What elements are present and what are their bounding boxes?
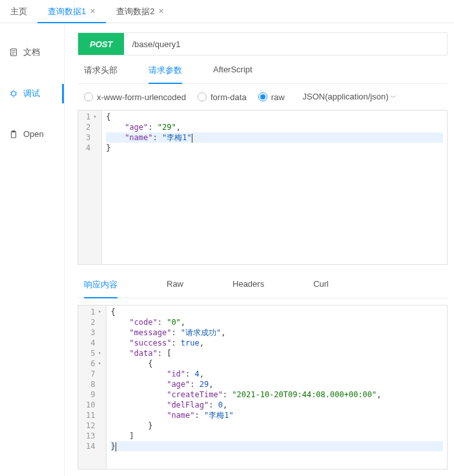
- body-type-radio-x-www-form-urlencoded[interactable]: x-www-form-urlencoded: [84, 92, 186, 102]
- response-tab-0[interactable]: 响应内容: [84, 279, 118, 298]
- sidebar-item-label: 调试: [23, 88, 40, 99]
- http-method-button[interactable]: POST: [78, 33, 124, 55]
- response-tab-2[interactable]: Headers: [232, 279, 264, 298]
- sidebar-item-label: 文档: [23, 47, 40, 58]
- sidebar-item-document[interactable]: 文档: [0, 40, 64, 65]
- svg-line-8: [16, 92, 17, 93]
- svg-rect-11: [12, 131, 16, 138]
- request-subtabs: 请求头部请求参数AfterScript: [77, 56, 448, 84]
- bug-icon: [9, 89, 18, 98]
- sidebar-item-bug[interactable]: 调试: [0, 81, 64, 106]
- content-type-select[interactable]: JSON(application/json)﹀: [303, 92, 397, 102]
- text-cursor: [192, 134, 192, 143]
- sidebar-item-clipboard[interactable]: Open: [0, 123, 64, 145]
- code-area[interactable]: { "age": "29", "name": "李梅1"}: [102, 110, 447, 264]
- document-icon: [9, 48, 18, 57]
- request-subtab-1[interactable]: 请求参数: [149, 65, 182, 84]
- svg-line-10: [16, 94, 17, 95]
- code-area[interactable]: { "code": "0", "message": "请求成功", "succe…: [107, 305, 447, 469]
- close-icon[interactable]: ✕: [158, 7, 164, 16]
- body-type-radio-form-data[interactable]: form-data: [198, 92, 247, 102]
- response-tabs: 响应内容RawHeadersCurl: [77, 269, 448, 298]
- chevron-down-icon: ﹀: [390, 94, 397, 101]
- response-tab-3[interactable]: Curl: [313, 279, 329, 298]
- radio-circle-icon: [198, 92, 207, 101]
- top-tab-2[interactable]: 查询数据2✕: [106, 0, 174, 23]
- sidebar-item-label: Open: [23, 129, 44, 139]
- url-input[interactable]: [124, 33, 447, 55]
- body-type-row: x-www-form-urlencodedform-datarawJSON(ap…: [77, 84, 448, 110]
- svg-point-4: [12, 92, 16, 96]
- request-body-editor[interactable]: 1▾234{ "age": "29", "name": "李梅1"}: [77, 110, 448, 265]
- request-subtab-2[interactable]: AfterScript: [213, 65, 253, 83]
- radio-circle-icon: [84, 92, 93, 101]
- svg-line-9: [10, 94, 12, 95]
- request-subtab-0[interactable]: 请求头部: [84, 65, 118, 83]
- code-gutter: 1▾2345▾6▾7891011121314: [78, 305, 107, 469]
- close-icon[interactable]: ✕: [90, 7, 96, 16]
- body-type-radio-raw[interactable]: raw: [258, 92, 285, 102]
- svg-line-7: [10, 92, 12, 93]
- text-cursor: [116, 442, 116, 451]
- sidebar: 文档调试Open: [0, 23, 65, 476]
- top-tab-0[interactable]: 主页: [0, 0, 37, 23]
- top-tab-1[interactable]: 查询数据1✕: [37, 0, 106, 23]
- top-tabs: 主页查询数据1✕查询数据2✕: [0, 0, 454, 23]
- radio-circle-icon: [258, 92, 267, 101]
- code-gutter: 1▾234: [78, 110, 102, 264]
- response-tab-1[interactable]: Raw: [167, 279, 183, 298]
- response-body-viewer[interactable]: 1▾2345▾6▾7891011121314{ "code": "0", "me…: [77, 305, 448, 470]
- clipboard-icon: [9, 130, 18, 139]
